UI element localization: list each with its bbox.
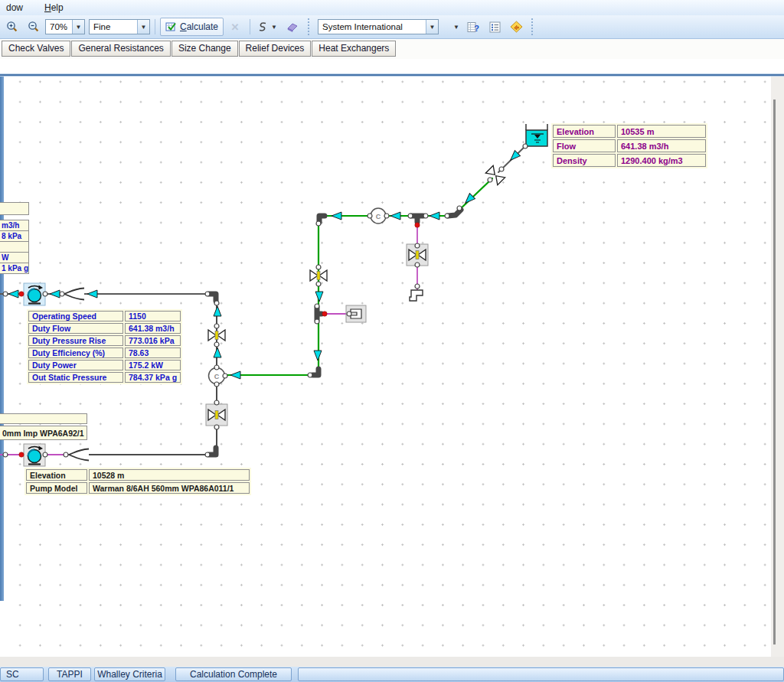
connector-c[interactable]: C — [371, 208, 386, 224]
anno-value: 773.016 kPa — [125, 335, 181, 346]
chevron-down-icon[interactable]: ▼ — [269, 20, 279, 34]
menu-help-accel: H — [44, 2, 51, 13]
status-panel-calculation: Calculation Complete — [175, 667, 292, 681]
status-panel-empty — [298, 667, 784, 681]
anno-label: Duty Flow — [28, 323, 123, 334]
pump2-annotation-table[interactable]: Elevation 10528 m Pump Model Warman 8/6A… — [24, 468, 251, 495]
zoom-in-button[interactable] — [2, 18, 22, 35]
calculate-label: Calculate — [180, 21, 218, 32]
svg-text:C: C — [376, 213, 381, 220]
toolbar-grip[interactable] — [308, 18, 312, 35]
menu-help-rest: elp — [51, 2, 64, 13]
tank-annotation-table[interactable]: Elevation 10535 m Flow 641.38 m3/h Densi… — [551, 123, 707, 168]
partial-annotation-cell: 8 kPa — [0, 230, 29, 242]
anno-label: Duty Efficiency (%) — [28, 348, 123, 358]
zoom-level-combobox[interactable]: 70% ▼ — [45, 19, 85, 34]
chevron-down-icon[interactable]: ▼ — [72, 20, 84, 34]
menu-bar: dow Help — [0, 0, 784, 15]
chevron-down-icon[interactable]: ▼ — [137, 20, 149, 34]
units-list-button[interactable] — [485, 18, 505, 35]
partial-annotation-cell: m3/h — [0, 220, 29, 231]
anno-value: 1150 — [125, 311, 181, 321]
anno-label: Pump Model — [26, 482, 87, 494]
anno-label: Out Static Pressure — [28, 372, 123, 383]
anno-value: 641.38 m3/h — [125, 323, 181, 334]
units-value: System International — [318, 22, 426, 31]
vertical-scrollbar-thumb[interactable] — [773, 100, 776, 644]
toolbar-separator — [250, 19, 250, 34]
anno-label: Duty Power — [28, 360, 123, 370]
toolbar-grip[interactable] — [531, 18, 536, 35]
zoom-out-button[interactable] — [24, 18, 44, 35]
pump1-annotation-table[interactable]: Operating Speed 1150 Duty Flow 641.38 m3… — [27, 309, 182, 384]
anno-label: Duty Pressure Rise — [28, 335, 123, 346]
tab-heat-exchangers[interactable]: Heat Exchangers — [312, 41, 396, 57]
control-valve-selected[interactable] — [206, 404, 227, 426]
units-help-button[interactable]: ? — [463, 18, 483, 35]
anno-value: 1290.400 kg/m3 — [617, 154, 706, 167]
zoom-level-value: 70% — [46, 22, 72, 31]
anno-value: 641.38 m3/h — [617, 139, 706, 152]
anno-value: 10528 m — [89, 469, 250, 481]
anno-label: Operating Speed — [28, 311, 123, 321]
chevron-down-icon[interactable]: ▼ — [426, 20, 438, 34]
status-bar: SC TAPPI Whalley Criteria Calculation Co… — [0, 667, 784, 682]
zoom-in-icon — [6, 21, 19, 34]
zoom-out-icon — [28, 21, 41, 34]
pump-2[interactable] — [24, 444, 45, 466]
navigate-diamond-icon — [510, 21, 523, 33]
partial-annotation-cell: W — [0, 252, 29, 263]
calculate-grid-check-icon — [165, 21, 177, 32]
control-valve[interactable] — [208, 330, 225, 341]
main-toolbar: 70% ▼ Fine ▼ Calculate ✕ ▼ System Intern… — [0, 15, 784, 39]
spacer — [0, 59, 784, 73]
status-panel-tappi: TAPPI — [48, 667, 91, 681]
calculate-button[interactable]: Calculate — [160, 18, 224, 36]
component-tab-strip: Check Valves General Resistances Size Ch… — [0, 39, 784, 59]
tank-node[interactable] — [526, 124, 547, 146]
chevron-down-icon[interactable]: ▼ — [451, 20, 462, 34]
flowsheet-canvas[interactable]: C C — [0, 77, 784, 657]
flowsheet-s-icon — [256, 21, 269, 33]
connector-c[interactable]: C — [209, 368, 225, 384]
menu-item-help[interactable]: Help — [42, 2, 66, 14]
eraser-tool-button[interactable] — [283, 18, 302, 35]
tab-check-valves[interactable]: Check Valves — [2, 41, 70, 57]
outlet-component[interactable] — [410, 290, 423, 301]
pipes[interactable] — [0, 145, 526, 455]
toolbar-separator — [155, 19, 155, 34]
tab-size-change[interactable]: Size Change — [172, 41, 238, 57]
anno-label: Elevation — [26, 469, 87, 481]
status-panel-whalley: Whalley Criteria — [94, 667, 165, 681]
units-combobox[interactable]: System International ▼ — [318, 19, 439, 34]
flowsheet-tool-button[interactable]: ▼ — [255, 18, 281, 35]
partial-annotation-cell — [0, 413, 87, 424]
anno-value: 175.2 kW — [125, 360, 181, 370]
wye-fitting[interactable] — [69, 449, 89, 461]
pump2-model-partial-label: 0mm Imp WPA6A92/1 — [0, 426, 87, 440]
wye-fitting[interactable] — [64, 289, 84, 300]
detail-level-value: Fine — [90, 22, 137, 31]
eraser-icon — [286, 21, 299, 32]
partial-annotation-cell — [0, 202, 29, 215]
partial-annotation-cell: 1 kPa g — [0, 263, 29, 274]
tab-relief-devices[interactable]: Relief Devices — [239, 41, 312, 57]
anno-label: Density — [553, 154, 616, 167]
units-list-icon — [489, 21, 501, 33]
svg-text:?: ? — [474, 24, 479, 33]
bottom-spacer — [0, 657, 784, 667]
menu-item-window-partial[interactable]: dow — [4, 2, 25, 14]
status-panel-sc: SC — [0, 667, 44, 681]
anno-value: 78.63 — [125, 348, 181, 358]
anno-value: 10535 m — [617, 125, 706, 138]
svg-text:C: C — [214, 373, 220, 380]
control-valve[interactable] — [310, 270, 327, 281]
pipe-nodes[interactable] — [3, 144, 528, 457]
anno-label: Elevation — [553, 125, 616, 138]
partial-annotation-cell — [0, 241, 29, 253]
detail-level-combobox[interactable]: Fine ▼ — [89, 19, 150, 34]
navigate-button[interactable] — [506, 18, 526, 35]
anno-label: Flow — [553, 139, 616, 152]
pump-1[interactable] — [24, 283, 45, 305]
tab-general-resistances[interactable]: General Resistances — [71, 41, 170, 57]
